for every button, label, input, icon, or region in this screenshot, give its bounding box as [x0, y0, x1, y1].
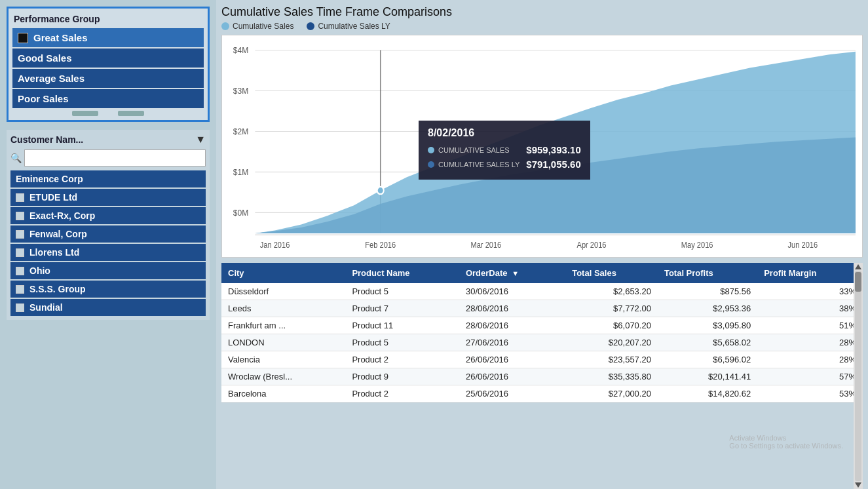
customer-item-eminence[interactable]: Eminence Corp [10, 170, 206, 187]
cell-product: Product 5 [345, 283, 459, 300]
search-row: 🔍 [10, 149, 206, 166]
customer-header: Customer Nam... ▼ [10, 134, 206, 146]
col-profitmargin[interactable]: Profit Margin [757, 263, 863, 283]
chevron-down-icon[interactable]: ▼ [195, 134, 206, 146]
perf-item-label: Good Sales [18, 52, 72, 64]
customer-item-exactrx[interactable]: Exact-Rx, Corp [10, 207, 206, 224]
col-city[interactable]: City [221, 263, 345, 283]
svg-text:Apr 2016: Apr 2016 [577, 241, 607, 250]
svg-text:Feb 2016: Feb 2016 [365, 241, 396, 250]
left-panel: Performance Group Great Sales Good Sales… [0, 0, 216, 489]
customer-label: S.S.S. Group [29, 284, 86, 294]
chart-legend: Cumulative Sales Cumulative Sales LY [221, 22, 863, 31]
legend-dot-cumulative [221, 22, 229, 30]
customer-checkbox [16, 285, 24, 294]
col-orderdate[interactable]: OrderDate ▼ [459, 263, 565, 283]
watermark-text: Activate WindowsGo to Settings to activa… [729, 434, 843, 450]
table-row: LONDON Product 5 27/06/2016 $20,207.20 $… [221, 334, 863, 351]
table-header: City Product Name OrderDate ▼ Total Sale… [221, 263, 863, 283]
chart-svg: $4M $3M $2M $1M $0M Jan 2016 Feb 2016 Ma… [222, 35, 862, 257]
svg-marker-19 [255, 52, 856, 233]
customer-list: Eminence Corp ETUDE Ltd Exact-Rx, Corp F… [10, 170, 206, 316]
data-table: City Product Name OrderDate ▼ Total Sale… [221, 263, 863, 402]
customer-search-input[interactable] [24, 149, 206, 166]
customer-checkbox [16, 230, 24, 239]
svg-text:Jun 2016: Jun 2016 [788, 241, 818, 250]
cell-city: Düsseldorf [221, 283, 345, 300]
scroll-thumb[interactable] [855, 272, 861, 292]
table-container: City Product Name OrderDate ▼ Total Sale… [221, 263, 863, 489]
chart-area[interactable]: $4M $3M $2M $1M $0M Jan 2016 Feb 2016 Ma… [221, 35, 863, 258]
perf-item-great-sales[interactable]: Great Sales [12, 28, 204, 47]
scroll-up-arrow[interactable] [855, 264, 861, 269]
search-icon: 🔍 [10, 153, 22, 163]
legend-item-cumulative-ly: Cumulative Sales LY [307, 22, 390, 31]
cell-date: 30/06/2016 [459, 283, 565, 300]
customer-section-title: Customer Nam... [10, 134, 83, 145]
customer-label: Fenwal, Corp [29, 229, 87, 239]
table-row: Wroclaw (Bresl... Product 9 26/06/2016 $… [221, 368, 863, 385]
scrollbar-hint [12, 111, 204, 116]
customer-item-llorens[interactable]: Llorens Ltd [10, 244, 206, 261]
customer-label: Exact-Rx, Corp [29, 210, 95, 221]
svg-text:$4M: $4M [233, 45, 249, 55]
customer-label: Sundial [29, 302, 63, 313]
svg-text:$3M: $3M [233, 85, 249, 96]
svg-text:Jan 2016: Jan 2016 [260, 241, 290, 250]
table-row: Leeds Product 7 28/06/2016 $7,772.00 $2,… [221, 300, 863, 317]
perf-item-label: Poor Sales [18, 93, 69, 104]
chart-title: Cumulative Sales Time Frame Comparisons [221, 5, 863, 19]
legend-item-cumulative: Cumulative Sales [221, 22, 293, 31]
col-totalsales[interactable]: Total Sales [565, 263, 658, 283]
perf-item-icon [18, 33, 28, 43]
svg-text:Mar 2016: Mar 2016 [470, 241, 501, 250]
customer-item-fenwal[interactable]: Fenwal, Corp [10, 225, 206, 243]
table-row: Barcelona Product 2 25/06/2016 $27,000.2… [221, 385, 863, 402]
table-body: Düsseldorf Product 5 30/06/2016 $2,653.2… [221, 283, 863, 402]
svg-text:$0M: $0M [233, 207, 249, 218]
table-row: Düsseldorf Product 5 30/06/2016 $2,653.2… [221, 283, 863, 300]
perf-item-average-sales[interactable]: Average Sales [12, 69, 204, 88]
scroll-down-arrow[interactable] [855, 482, 861, 488]
perf-item-poor-sales[interactable]: Poor Sales [12, 89, 204, 108]
table-row: Valencia Product 2 26/06/2016 $23,557.20… [221, 351, 863, 368]
scrollbar-thumb-right [118, 111, 144, 116]
customer-checkbox [16, 267, 24, 275]
col-product[interactable]: Product Name [345, 263, 459, 283]
customer-checkbox [16, 193, 24, 202]
customer-checkbox [16, 248, 24, 257]
customer-item-sss[interactable]: S.S.S. Group [10, 281, 206, 298]
cell-margin: 33% [757, 283, 863, 300]
cell-sales: $2,653.20 [565, 283, 658, 300]
legend-label-cumulative-ly: Cumulative Sales LY [318, 22, 390, 31]
customer-item-ohio[interactable]: Ohio [10, 262, 206, 279]
customer-label: Ohio [29, 265, 50, 276]
customer-label: Llorens Ltd [29, 247, 79, 258]
col-totalprofits[interactable]: Total Profits [658, 263, 757, 283]
perf-item-label: Great Sales [33, 32, 88, 43]
svg-point-20 [377, 187, 384, 194]
performance-group-title: Performance Group [12, 14, 204, 24]
customer-item-etude[interactable]: ETUDE Ltd [10, 189, 206, 206]
svg-text:$2M: $2M [233, 126, 249, 136]
table-row: Frankfurt am ... Product 11 28/06/2016 $… [221, 317, 863, 334]
svg-text:$1M: $1M [233, 166, 249, 177]
customer-label: Eminence Corp [16, 174, 83, 184]
table-scrollbar[interactable] [854, 263, 863, 489]
performance-list: Great Sales Good Sales Average Sales Poo… [12, 28, 204, 108]
cell-profits: $875.56 [658, 283, 757, 300]
legend-label-cumulative: Cumulative Sales [233, 22, 293, 31]
customer-label: ETUDE Ltd [29, 192, 77, 203]
customer-checkbox [16, 212, 24, 220]
sort-desc-icon: ▼ [512, 269, 519, 277]
customer-item-sundial[interactable]: Sundial [10, 299, 206, 316]
performance-group-box: Performance Group Great Sales Good Sales… [7, 7, 210, 122]
customer-checkbox [16, 303, 24, 312]
perf-item-label: Average Sales [18, 73, 85, 84]
scrollbar-thumb-left [72, 111, 98, 116]
right-panel: Cumulative Sales Time Frame Comparisons … [216, 0, 868, 489]
svg-text:May 2016: May 2016 [681, 241, 713, 250]
perf-item-good-sales[interactable]: Good Sales [12, 49, 204, 68]
scroll-track[interactable] [855, 271, 861, 481]
legend-dot-cumulative-ly [307, 22, 314, 30]
